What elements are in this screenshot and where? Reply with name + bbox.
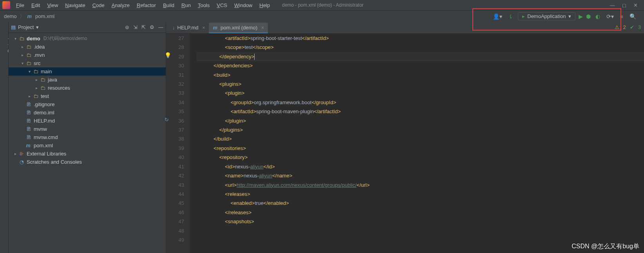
stop-button[interactable]: ■ bbox=[619, 13, 625, 20]
tree-item-demo-iml[interactable]: 🖹demo.iml bbox=[9, 108, 166, 117]
run-button[interactable]: ▶ bbox=[579, 13, 583, 20]
editor[interactable]: 💡 ↻ 272829303132333435363738394041424344… bbox=[166, 34, 644, 253]
tree-item-test[interactable]: ▸🗀test bbox=[9, 92, 166, 100]
menu-build[interactable]: Build bbox=[159, 2, 178, 9]
minimize-icon[interactable]: — bbox=[610, 2, 615, 8]
tree-item-resources[interactable]: ▸🗀resources bbox=[9, 84, 166, 92]
coverage-button[interactable]: ◐ bbox=[594, 13, 602, 20]
menu-file[interactable]: File bbox=[13, 2, 28, 9]
chevron-down-icon: ▾ bbox=[568, 13, 571, 19]
navigation-bar: demo 〉 m pom.xml 👤▾ ⤹ ▸ DemoApplication … bbox=[0, 10, 644, 22]
intention-bulb-icon[interactable]: 💡 bbox=[165, 51, 171, 60]
menu-run[interactable]: Run bbox=[178, 2, 194, 9]
tree-item--mvn[interactable]: ▸🗀.mvn bbox=[9, 51, 166, 59]
menu-navigate[interactable]: Navigate bbox=[62, 2, 89, 9]
collapse-all-icon[interactable]: ⇱ bbox=[141, 24, 146, 30]
close-icon[interactable]: ✕ bbox=[633, 2, 638, 8]
gear-icon[interactable]: ⚙ bbox=[150, 24, 154, 30]
tree-scratches[interactable]: ◔Scratches and Consoles bbox=[9, 158, 166, 166]
locate-icon[interactable]: ⊚ bbox=[125, 24, 129, 30]
project-view-selector[interactable]: ▤ Project ▾ bbox=[11, 24, 39, 30]
breadcrumb-file[interactable]: pom.xml bbox=[35, 13, 54, 19]
hide-icon[interactable]: — bbox=[158, 24, 163, 30]
run-config-icon: ▸ bbox=[522, 13, 525, 19]
editor-tabs: ↓HELP.md×mpom.xml (demo)× bbox=[166, 22, 644, 34]
menu-window[interactable]: Window bbox=[231, 2, 256, 9]
maven-icon: m bbox=[27, 13, 32, 19]
maximize-icon[interactable]: ◻ bbox=[622, 2, 626, 8]
run-toolbar: 👤▾ ⤹ ▸ DemoApplication ▾ ▶ ⬢ ◐ ⟳▾ ■ 🔍 bbox=[489, 11, 640, 21]
chevron-right-icon: 〉 bbox=[20, 13, 25, 20]
project-tree[interactable]: ▾🗀demoD:\代码\demos\demo▸🗀.idea▸🗀.mvn▾🗀src… bbox=[9, 33, 166, 168]
search-everywhere-icon[interactable]: 🔍 bbox=[628, 13, 638, 20]
editor-area: ↓HELP.md×mpom.xml (demo)× ⚠2 ✔3 💡 ↻ 2728… bbox=[166, 22, 644, 253]
tree-root[interactable]: ▾🗀demoD:\代码\demos\demo bbox=[9, 34, 166, 43]
reload-icon[interactable]: ↻ bbox=[165, 115, 169, 124]
menu-view[interactable]: View bbox=[43, 2, 62, 9]
profiler-button[interactable]: ⟳▾ bbox=[605, 13, 615, 20]
build-icon[interactable]: ⤹ bbox=[507, 13, 515, 20]
project-header: ▤ Project ▾ ⊚ ⇲ ⇱ ⚙ — bbox=[9, 22, 166, 33]
tree-item-src[interactable]: ▾🗀src bbox=[9, 59, 166, 67]
code-content[interactable]: <artifactId>spring-boot-starter-test</ar… bbox=[190, 34, 644, 253]
close-icon[interactable]: × bbox=[261, 25, 264, 31]
menu-bar: FileEditViewNavigateCodeAnalyzeRefactorB… bbox=[0, 0, 644, 10]
chevron-down-icon: ▾ bbox=[36, 24, 39, 30]
tree-item-pom-xml[interactable]: mpom.xml bbox=[9, 141, 166, 150]
close-icon[interactable]: × bbox=[202, 25, 205, 31]
tab-help-md[interactable]: ↓HELP.md× bbox=[168, 23, 209, 33]
maven-icon: m bbox=[213, 25, 217, 31]
tree-external-libraries[interactable]: ▸⊪External Libraries bbox=[9, 150, 166, 158]
watermark: CSDN @怎么又有bug单 bbox=[572, 242, 639, 251]
expand-all-icon[interactable]: ⇲ bbox=[133, 24, 137, 30]
menu-refactor[interactable]: Refactor bbox=[133, 2, 159, 9]
tab-label: pom.xml (demo) bbox=[221, 25, 257, 31]
breadcrumb-root[interactable]: demo bbox=[4, 13, 17, 19]
run-config-selector[interactable]: ▸ DemoApplication ▾ bbox=[518, 12, 575, 20]
tree-item--gitignore[interactable]: 🖹.gitignore bbox=[9, 100, 166, 108]
inspection-widget[interactable]: ⚠2 ✔3 bbox=[615, 24, 641, 30]
debug-button[interactable]: ⬢ bbox=[586, 13, 591, 20]
menu-vcs[interactable]: VCS bbox=[213, 2, 231, 9]
warning-icon: ⚠ bbox=[615, 24, 619, 30]
project-icon: ▤ bbox=[11, 24, 16, 30]
ok-count: 3 bbox=[638, 24, 641, 30]
warning-count: 2 bbox=[623, 24, 626, 30]
tab-pom-xml-demo-[interactable]: mpom.xml (demo)× bbox=[209, 23, 268, 33]
markdown-icon: ↓ bbox=[172, 25, 175, 31]
window-controls: — ◻ ✕ bbox=[610, 2, 642, 8]
project-tool-window: ▤ Project ▾ ⊚ ⇲ ⇱ ⚙ — ▾🗀demoD:\代码\demos\… bbox=[9, 22, 166, 253]
check-icon: ✔ bbox=[630, 24, 634, 30]
tree-item--idea[interactable]: ▸🗀.idea bbox=[9, 43, 166, 51]
app-icon bbox=[2, 1, 10, 9]
breadcrumb[interactable]: demo 〉 m pom.xml bbox=[4, 13, 54, 20]
tree-item-mvnw-cmd[interactable]: 🖹mvnw.cmd bbox=[9, 133, 166, 141]
menu-help[interactable]: Help bbox=[256, 2, 273, 9]
add-config-icon[interactable]: 👤▾ bbox=[491, 13, 504, 20]
menu-edit[interactable]: Edit bbox=[28, 2, 43, 9]
menu-code[interactable]: Code bbox=[89, 2, 108, 9]
tree-item-mvnw[interactable]: 🖹mvnw bbox=[9, 125, 166, 133]
tab-label: HELP.md bbox=[177, 25, 199, 31]
menu-tools[interactable]: Tools bbox=[194, 2, 213, 9]
project-title-label: Project bbox=[18, 24, 34, 30]
menu-analyze[interactable]: Analyze bbox=[108, 2, 133, 9]
window-title: demo - pom.xml (demo) - Administrator bbox=[282, 2, 364, 8]
run-config-label: DemoApplication bbox=[527, 13, 566, 19]
gutter[interactable]: 💡 ↻ 272829303132333435363738394041424344… bbox=[166, 34, 190, 253]
left-tool-stripe: Project bbox=[0, 22, 9, 253]
tree-item-main[interactable]: ▾🗀main bbox=[9, 67, 166, 76]
tree-item-java[interactable]: ▸🗀java bbox=[9, 76, 166, 84]
tree-item-HELP-md[interactable]: 🖹HELP.md bbox=[9, 117, 166, 125]
